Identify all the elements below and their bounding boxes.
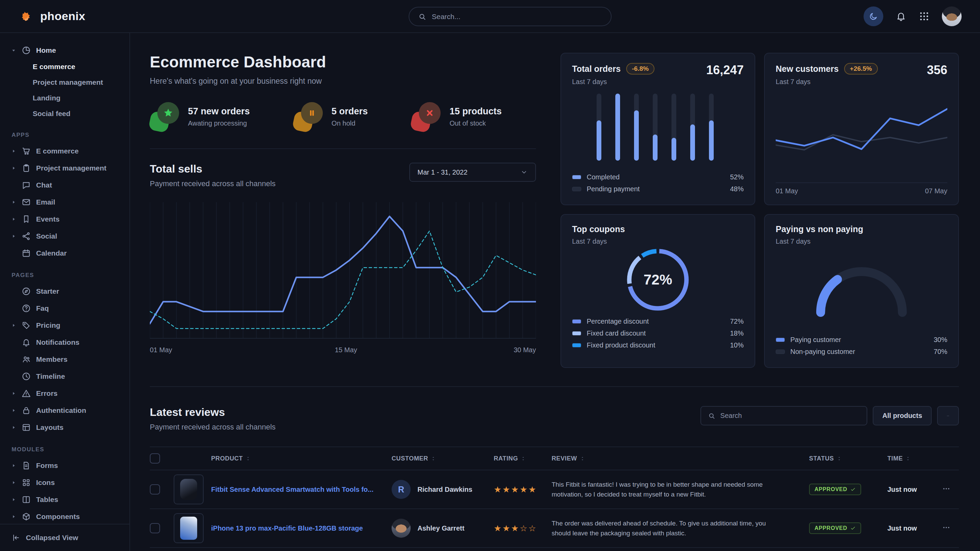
sort-icon xyxy=(905,456,910,461)
top-coupons-donut-chart: 72% xyxy=(624,246,692,313)
column-header-rating[interactable]: RATING xyxy=(494,455,552,462)
grid-squares-icon xyxy=(21,478,31,487)
legend-label: Paying customer xyxy=(790,336,841,344)
global-search-input[interactable] xyxy=(432,13,602,21)
pie-chart-icon xyxy=(21,46,31,55)
global-search[interactable] xyxy=(409,7,612,26)
all-products-button[interactable]: All products xyxy=(873,406,932,426)
legend: Paying customer30%Non-paying customer70% xyxy=(776,334,947,358)
theme-toggle-button[interactable] xyxy=(864,6,883,26)
sidebar-item-project-management[interactable]: Project management xyxy=(0,160,129,177)
brand[interactable]: phoenix xyxy=(0,8,85,24)
column-header-label: PRODUCT xyxy=(211,455,243,462)
legend-row: Pending payment48% xyxy=(572,183,744,195)
date-range-value: Mar 1 - 31, 2022 xyxy=(417,168,468,176)
main-content: Ecommerce Dashboard Here's what's going … xyxy=(130,33,980,551)
caret-down-icon xyxy=(11,48,16,53)
sidebar-item-home[interactable]: Home xyxy=(0,42,129,59)
trend-badge: +26.5% xyxy=(844,63,878,75)
review-text: The order was delivered ahead of schedul… xyxy=(552,518,809,538)
product-link[interactable]: iPhone 13 pro max-Pacific Blue-128GB sto… xyxy=(211,524,373,533)
sidebar-item-notifications[interactable]: Notifications xyxy=(0,334,129,351)
paying-gauge-chart xyxy=(810,261,913,319)
caret-right-icon xyxy=(11,408,16,413)
notifications-bell-icon[interactable] xyxy=(896,11,907,22)
sidebar-item-chat[interactable]: Chat xyxy=(0,177,129,194)
legend-value: 72% xyxy=(730,318,744,326)
page-title: Ecommerce Dashboard xyxy=(150,53,536,71)
column-header-time[interactable]: TIME xyxy=(888,455,942,462)
sidebar-item-label: Pricing xyxy=(36,321,60,329)
bookmark-icon xyxy=(21,214,31,224)
sidebar-item-e-commerce[interactable]: E commerce xyxy=(0,59,129,75)
column-header-review[interactable]: REVIEW xyxy=(552,455,809,462)
product-thumbnail[interactable] xyxy=(173,475,204,504)
reviews-more-button[interactable] xyxy=(937,406,959,426)
total-orders-card: Total orders -6.8% Last 7 days 16,247 Co… xyxy=(560,53,755,205)
card-period: Last 7 days xyxy=(572,78,654,86)
stat-caption: Out of stock xyxy=(449,119,501,127)
collapsed-view-toggle[interactable]: Collapsed View xyxy=(0,524,129,551)
table-row: iPhone 13 pro max-Pacific Blue-128GB sto… xyxy=(150,509,959,548)
sidebar-item-social-feed[interactable]: Social feed xyxy=(0,106,129,122)
x-tick: 01 May xyxy=(150,346,172,354)
legend-row: Fixed product discount10% xyxy=(572,339,744,351)
sidebar-item-label: Forms xyxy=(36,462,58,470)
sidebar-item-email[interactable]: Email xyxy=(0,194,129,211)
rating-stars: ★★★☆☆ xyxy=(494,524,552,533)
sidebar-item-label: Calendar xyxy=(36,249,67,257)
brand-name: phoenix xyxy=(40,10,85,23)
sidebar-item-timeline[interactable]: Timeline xyxy=(0,368,129,385)
reviews-search[interactable] xyxy=(700,406,867,426)
quick-stats: 57 new orders Awating processing 5 order… xyxy=(150,102,536,131)
legend-label: Non-paying customer xyxy=(790,348,855,356)
customer-avatar[interactable]: R xyxy=(391,480,410,499)
column-header-status[interactable]: STATUS xyxy=(809,455,888,462)
sidebar-item-authentication[interactable]: Authentication xyxy=(0,402,129,419)
sidebar-item-tables[interactable]: Tables xyxy=(0,491,129,508)
sidebar-item-events[interactable]: Events xyxy=(0,211,129,228)
card-period: Last 7 days xyxy=(776,78,878,86)
customer-avatar[interactable] xyxy=(391,519,410,538)
legend-swatch xyxy=(572,175,581,179)
sidebar-item-label: Layouts xyxy=(36,423,64,432)
apps-grid-icon[interactable] xyxy=(919,11,930,22)
status-cell: APPROVED xyxy=(809,484,888,495)
sidebar-item-components[interactable]: Components xyxy=(0,508,129,524)
column-header-customer[interactable]: CUSTOMER xyxy=(391,455,494,462)
new-customers-value: 356 xyxy=(927,63,947,77)
sort-icon xyxy=(837,456,842,461)
row-more-icon[interactable] xyxy=(942,484,951,493)
user-avatar[interactable] xyxy=(942,6,962,26)
sidebar-item-faq[interactable]: Faq xyxy=(0,300,129,317)
row-checkbox[interactable] xyxy=(150,484,160,494)
sidebar-item-social[interactable]: Social xyxy=(0,228,129,245)
table-row xyxy=(150,548,959,551)
reviews-search-input[interactable] xyxy=(720,412,860,420)
total-sells-subtitle: Payment received across all channels xyxy=(150,179,275,188)
product-link[interactable]: Fitbit Sense Advanced Smartwatch with To… xyxy=(211,485,384,494)
select-all-checkbox[interactable] xyxy=(150,453,160,464)
date-range-select[interactable]: Mar 1 - 31, 2022 xyxy=(409,163,536,182)
new-customers-x-axis: 01 May 07 May xyxy=(776,183,947,195)
sidebar-item-starter[interactable]: Starter xyxy=(0,283,129,300)
sidebar-item-members[interactable]: Members xyxy=(0,351,129,368)
sidebar-item-calendar[interactable]: Calendar xyxy=(0,245,129,262)
sidebar-item-layouts[interactable]: Layouts xyxy=(0,419,129,436)
sidebar-item-project-management[interactable]: Project management xyxy=(0,75,129,90)
sidebar-item-forms[interactable]: Forms xyxy=(0,457,129,474)
column-header-product[interactable]: PRODUCT xyxy=(173,455,391,462)
sidebar-item-pricing[interactable]: Pricing xyxy=(0,317,129,334)
sidebar-item-errors[interactable]: Errors xyxy=(0,385,129,402)
row-checkbox[interactable] xyxy=(150,523,160,533)
total-sells-svg xyxy=(150,200,536,343)
product-thumbnail[interactable] xyxy=(173,513,204,543)
sidebar-item-icons[interactable]: Icons xyxy=(0,474,129,491)
row-more-icon[interactable] xyxy=(942,523,951,532)
sidebar-item-landing[interactable]: Landing xyxy=(0,90,129,106)
stat-value: 57 new orders xyxy=(188,106,250,117)
sort-icon xyxy=(431,456,436,461)
sidebar-item-label: Tables xyxy=(36,495,58,504)
sidebar-item-label: Timeline xyxy=(36,372,65,381)
sidebar-item-e-commerce[interactable]: E commerce xyxy=(0,143,129,160)
